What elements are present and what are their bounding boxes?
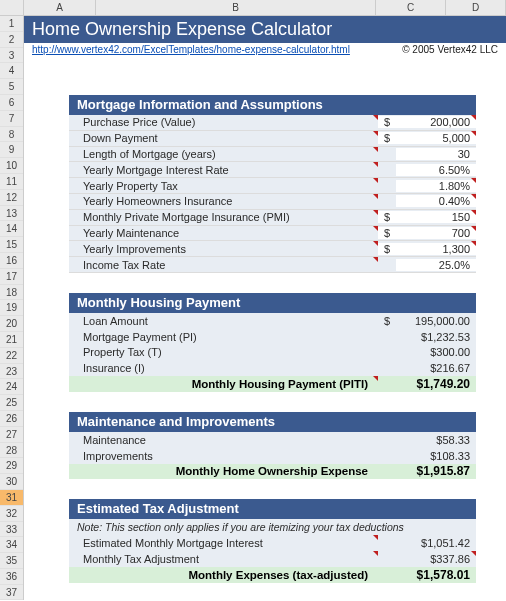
row-header-5[interactable]: 5 (0, 79, 23, 95)
row-header-32[interactable]: 32 (0, 506, 23, 522)
comment-marker-icon[interactable] (373, 131, 378, 136)
row-header-29[interactable]: 29 (0, 458, 23, 474)
col-header-a[interactable]: A (24, 0, 96, 15)
comment-marker-icon[interactable] (373, 535, 378, 540)
row-value[interactable]: 25.0% (396, 259, 476, 271)
row-header-6[interactable]: 6 (0, 95, 23, 111)
row-header-9[interactable]: 9 (0, 142, 23, 158)
row-header-17[interactable]: 17 (0, 269, 23, 285)
row-header-26[interactable]: 26 (0, 411, 23, 427)
comment-marker-icon[interactable] (373, 376, 378, 381)
row-value: $108.33 (396, 450, 476, 462)
section-header-mortgage: Mortgage Information and Assumptions (69, 95, 476, 115)
row-value[interactable]: 700 (396, 227, 476, 239)
comment-marker-icon[interactable] (373, 178, 378, 183)
currency-symbol: $ (378, 243, 396, 255)
data-row: Purchase Price (Value)$200,000 (69, 115, 476, 131)
comment-marker-icon[interactable] (471, 241, 476, 246)
comment-marker-icon[interactable] (471, 194, 476, 199)
row-label: Monthly Tax Adjustment (69, 553, 378, 565)
total-value: $1,915.87 (396, 464, 476, 478)
row-header-27[interactable]: 27 (0, 427, 23, 443)
data-row: Monthly Tax Adjustment$337.86 (69, 551, 476, 567)
data-row: Property Tax (T)$300.00 (69, 345, 476, 361)
comment-marker-icon[interactable] (373, 162, 378, 167)
row-header-10[interactable]: 10 (0, 158, 23, 174)
row-header-13[interactable]: 13 (0, 206, 23, 222)
row-header-28[interactable]: 28 (0, 443, 23, 459)
row-header-34[interactable]: 34 (0, 537, 23, 553)
row-value[interactable]: 200,000 (396, 116, 476, 128)
row-header-8[interactable]: 8 (0, 127, 23, 143)
comment-marker-icon[interactable] (373, 257, 378, 262)
comment-marker-icon[interactable] (373, 226, 378, 231)
comment-marker-icon[interactable] (471, 210, 476, 215)
row-header-11[interactable]: 11 (0, 174, 23, 190)
row-header-21[interactable]: 21 (0, 332, 23, 348)
comment-marker-icon[interactable] (471, 551, 476, 556)
col-header-c[interactable]: C (376, 0, 446, 15)
row-header-7[interactable]: 7 (0, 111, 23, 127)
row-header-14[interactable]: 14 (0, 221, 23, 237)
row-value[interactable]: 0.40% (396, 195, 476, 207)
comment-marker-icon[interactable] (373, 210, 378, 215)
comment-marker-icon[interactable] (373, 147, 378, 152)
comment-marker-icon[interactable] (373, 241, 378, 246)
row-value[interactable]: 5,000 (396, 132, 476, 144)
row-header-19[interactable]: 19 (0, 300, 23, 316)
row-label: Income Tax Rate (69, 259, 378, 271)
comment-marker-icon[interactable] (471, 131, 476, 136)
row-header-37[interactable]: 37 (0, 585, 23, 601)
row-header-4[interactable]: 4 (0, 63, 23, 79)
row-label: Estimated Monthly Mortgage Interest (69, 537, 378, 549)
data-row: Improvements$108.33 (69, 448, 476, 464)
row-header-18[interactable]: 18 (0, 285, 23, 301)
total-row-tax-adjusted: Monthly Expenses (tax-adjusted) $1,578.0… (69, 567, 476, 583)
col-header-b[interactable]: B (96, 0, 376, 15)
row-header-30[interactable]: 30 (0, 474, 23, 490)
spreadsheet-body: Home Ownership Expense Calculator http:/… (24, 16, 506, 601)
total-label: Monthly Home Ownership Expense (69, 465, 378, 477)
row-value[interactable]: 30 (396, 148, 476, 160)
row-header-2[interactable]: 2 (0, 32, 23, 48)
section-note: Note: This section only applies if you a… (69, 519, 476, 535)
total-value: $1,749.20 (396, 377, 476, 391)
row-label: Property Tax (T) (69, 346, 378, 358)
comment-marker-icon[interactable] (471, 115, 476, 120)
data-row: Down Payment$5,000 (69, 131, 476, 147)
row-value[interactable]: 1.80% (396, 180, 476, 192)
total-value: $1,578.01 (396, 568, 476, 582)
comment-marker-icon[interactable] (373, 115, 378, 120)
row-header-3[interactable]: 3 (0, 48, 23, 64)
row-header-33[interactable]: 33 (0, 522, 23, 538)
comment-marker-icon[interactable] (471, 178, 476, 183)
comment-marker-icon[interactable] (471, 226, 476, 231)
row-header-23[interactable]: 23 (0, 364, 23, 380)
source-link[interactable]: http://www.vertex42.com/ExcelTemplates/h… (32, 44, 350, 57)
section-header-maintenance: Maintenance and Improvements (69, 412, 476, 432)
row-header-25[interactable]: 25 (0, 395, 23, 411)
row-header-16[interactable]: 16 (0, 253, 23, 269)
comment-marker-icon[interactable] (373, 551, 378, 556)
row-header-20[interactable]: 20 (0, 316, 23, 332)
row-value[interactable]: 6.50% (396, 164, 476, 176)
data-row: Yearly Improvements$1,300 (69, 241, 476, 257)
row-header-1[interactable]: 1 (0, 16, 23, 32)
row-value: $216.67 (396, 362, 476, 374)
row-header-12[interactable]: 12 (0, 190, 23, 206)
data-row: Insurance (I)$216.67 (69, 360, 476, 376)
row-header-24[interactable]: 24 (0, 379, 23, 395)
select-all-corner[interactable] (0, 0, 24, 15)
total-row-ownership: Monthly Home Ownership Expense $1,915.87 (69, 464, 476, 480)
row-header-35[interactable]: 35 (0, 553, 23, 569)
row-header-22[interactable]: 22 (0, 348, 23, 364)
comment-marker-icon[interactable] (373, 194, 378, 199)
row-value[interactable]: 150 (396, 211, 476, 223)
col-header-d[interactable]: D (446, 0, 506, 15)
total-label: Monthly Expenses (tax-adjusted) (69, 569, 378, 581)
row-header-36[interactable]: 36 (0, 569, 23, 585)
row-value[interactable]: 1,300 (396, 243, 476, 255)
row-header-15[interactable]: 15 (0, 237, 23, 253)
row-header-31[interactable]: 31 (0, 490, 23, 506)
currency-symbol: $ (378, 315, 396, 327)
